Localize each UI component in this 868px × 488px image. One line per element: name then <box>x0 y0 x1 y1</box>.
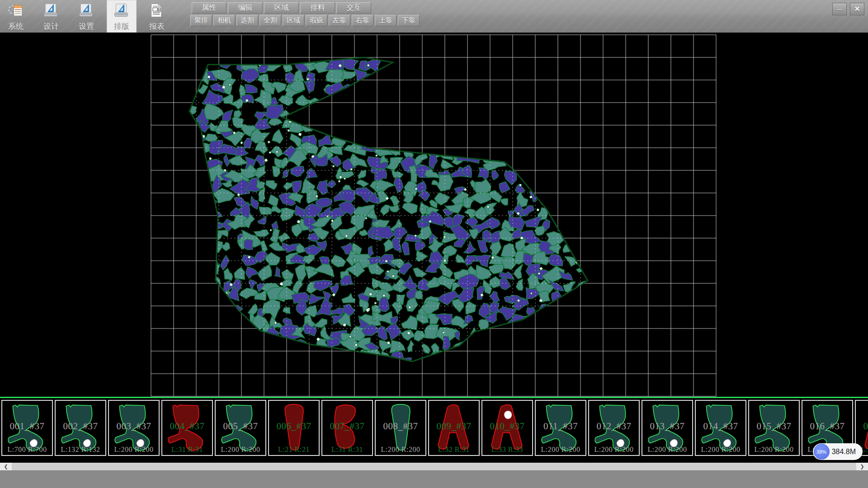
piece-thumbnail-8[interactable]: 008_#37L:200 R:200 <box>375 400 426 456</box>
nav-tab-label: 设计 <box>43 21 59 32</box>
piece-name: 016_#37 <box>802 421 852 432</box>
tool-button-2[interactable]: 相机 <box>213 15 235 26</box>
nesting-ruler-icon <box>113 1 130 19</box>
nav-tab-5[interactable]: 报表 <box>142 0 172 33</box>
piece-lr-count: L:200 R:200 <box>642 446 692 454</box>
piece-thumbnail-12[interactable]: 012_#37L:200 R:200 <box>588 400 640 456</box>
piece-name: 011_#37 <box>536 421 585 432</box>
piece-lr-count: L:200 R:200 <box>109 446 159 454</box>
nav-tab-4[interactable]: 排版 <box>107 0 137 33</box>
menu-button-1[interactable]: 属性 <box>192 2 226 14</box>
piece-lr-count: L:700 R:700 <box>2 446 52 454</box>
piece-thumbnail-2[interactable]: 002_#37L:132 R:132 <box>55 400 106 456</box>
horizontal-scrollbar[interactable]: ❮ ❯ <box>0 463 868 470</box>
nesting-canvas-svg <box>0 33 868 397</box>
piece-name: 005_#37 <box>216 421 265 432</box>
piece-thumbnail-11[interactable]: 011_#37L:200 R:200 <box>535 400 586 456</box>
memory-value: 384.8M <box>832 448 856 456</box>
menu-button-row: 属性编辑区域排料交互 <box>192 2 371 14</box>
piece-name: 010_#37 <box>482 421 532 432</box>
minimize-button[interactable]: ─ <box>832 3 847 15</box>
piece-lr-count: L:31 R:31 <box>322 446 372 454</box>
tool-button-8[interactable]: 右靠 <box>352 15 373 26</box>
piece-thumbnail-14[interactable]: 014_#37L:200 R:200 <box>695 400 746 456</box>
piece-lr-count: L:31 R:31 <box>162 446 212 454</box>
menu-button-5[interactable]: 交互 <box>336 2 371 14</box>
toolbar: 系统设计设置排版报表 属性编辑区域排料交互 聚排相机选割全割区域瑕疵左靠右靠上靠… <box>0 0 868 33</box>
piece-name: 008_#37 <box>376 421 425 432</box>
piece-thumbnail-7[interactable]: 007_#37L:31 R:31 <box>321 400 373 456</box>
piece-lr-count: L:21 R:21 <box>269 446 319 454</box>
tool-button-1[interactable]: 聚排 <box>190 15 212 26</box>
memory-usage-badge: 38% 384.8M <box>813 443 863 460</box>
window-controls: ─ ✕ <box>832 3 864 15</box>
piece-thumbnail-10[interactable]: 010_#37L:33 R:33 <box>481 400 533 456</box>
piece-name: 003_#37 <box>109 421 159 432</box>
nested-pieces <box>177 41 593 369</box>
piece-name: 006_#37 <box>269 421 319 432</box>
nav-tab-label: 系统 <box>8 21 24 32</box>
tool-button-5[interactable]: 区域 <box>283 15 304 26</box>
piece-thumbnail-9[interactable]: 009_#37L:32 R:31 <box>428 400 480 456</box>
status-bar <box>0 470 868 488</box>
tool-button-row: 聚排相机选割全割区域瑕疵左靠右靠上靠下靠 <box>190 15 420 26</box>
piece-name: 013_#37 <box>642 421 692 432</box>
piece-name: 009_#37 <box>429 421 479 432</box>
menu-button-2[interactable]: 编辑 <box>228 2 263 14</box>
percent-value: 38% <box>816 449 826 455</box>
piece-lr-count: L:132 R:132 <box>56 446 105 454</box>
scroll-right-arrow[interactable]: ❯ <box>856 463 868 470</box>
piece-thumbnail-13[interactable]: 013_#37L:200 R:200 <box>642 400 693 456</box>
design-ruler-icon <box>42 1 60 19</box>
tool-button-10[interactable]: 下靠 <box>398 15 420 26</box>
piece-lr-count: L:32 R:31 <box>429 446 479 454</box>
piece-thumbnail-3[interactable]: 003_#37L:200 R:200 <box>108 400 160 456</box>
piece-thumbnail-5[interactable]: 005_#37L:200 R:200 <box>215 400 266 456</box>
piece-name: 002_#37 <box>56 421 105 432</box>
close-button[interactable]: ✕ <box>850 3 864 15</box>
piece-name: 017_#37 <box>856 421 868 432</box>
nav-tab-3[interactable]: 设置 <box>71 0 101 33</box>
nav-tab-1[interactable]: 系统 <box>1 0 31 33</box>
piece-name: 014_#37 <box>696 421 745 432</box>
nav-tab-label: 设置 <box>79 21 94 32</box>
tool-button-9[interactable]: 上靠 <box>375 15 396 26</box>
piece-lr-count: L:200 R:200 <box>696 446 745 454</box>
piece-name: 012_#37 <box>589 421 639 432</box>
piece-name: 001_#37 <box>2 421 52 432</box>
piece-name: 004_#37 <box>162 421 212 432</box>
nav-tab-label: 报表 <box>149 21 165 32</box>
tool-button-4[interactable]: 全割 <box>259 15 281 26</box>
piece-lr-count: L:33 R:33 <box>482 446 532 454</box>
nesting-canvas[interactable] <box>0 33 868 397</box>
piece-thumbnail-4[interactable]: 004_#37L:31 R:31 <box>161 400 213 456</box>
piece-thumbnail-1[interactable]: 001_#37L:700 R:700 <box>1 400 53 456</box>
piece-thumbnail-6[interactable]: 006_#37L:21 R:21 <box>268 400 320 456</box>
piece-lr-count: L:200 R:200 <box>589 446 639 454</box>
piece-thumbnail-strip: 001_#37L:700 R:700002_#37L:132 R:132003_… <box>0 397 868 456</box>
settings-ruler-icon <box>78 1 95 19</box>
nav-tab-label: 排版 <box>114 21 129 32</box>
percent-indicator: 38% <box>814 444 830 460</box>
tool-button-7[interactable]: 左靠 <box>329 15 350 26</box>
piece-name: 007_#37 <box>322 421 372 432</box>
menu-button-4[interactable]: 排料 <box>300 2 335 14</box>
piece-lr-count: L:200 R:200 <box>536 446 585 454</box>
report-doc-icon <box>148 1 165 19</box>
piece-thumbnail-15[interactable]: 015_#37L:200 R:200 <box>748 400 800 456</box>
tool-button-3[interactable]: 选割 <box>236 15 258 26</box>
piece-lr-count: L:200 R:200 <box>749 446 799 454</box>
nav-tabs: 系统设计设置排版报表 <box>1 0 177 33</box>
nav-tab-2[interactable]: 设计 <box>36 0 66 33</box>
system-gear-icon <box>7 1 24 19</box>
piece-lr-count: L:200 R:200 <box>216 446 265 454</box>
tool-button-6[interactable]: 瑕疵 <box>306 15 327 26</box>
scroll-left-arrow[interactable]: ❮ <box>0 463 12 470</box>
piece-lr-count: L:200 R:200 <box>376 446 425 454</box>
menu-button-3[interactable]: 区域 <box>264 2 299 14</box>
piece-name: 015_#37 <box>749 421 799 432</box>
